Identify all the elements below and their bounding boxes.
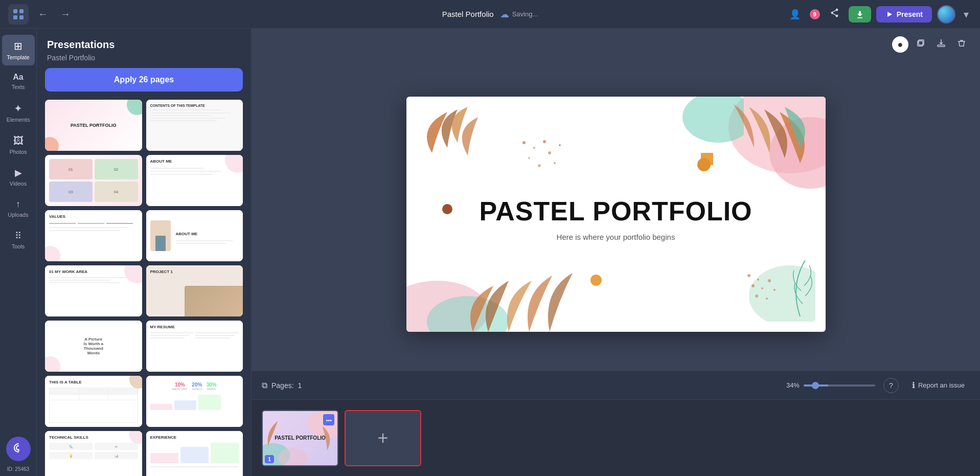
- template-thumb-4[interactable]: ABOUT ME: [146, 155, 243, 206]
- sidebar-item-template[interactable]: ⊞ Template: [2, 35, 35, 65]
- duplicate-button[interactable]: [913, 35, 929, 54]
- apply-button[interactable]: Apply 26 pages: [45, 68, 243, 92]
- svg-point-28: [755, 294, 758, 298]
- template-thumb-14[interactable]: EXPERIENCE: [146, 431, 243, 476]
- svg-point-16: [543, 140, 546, 143]
- uploads-icon: ↑: [16, 199, 20, 210]
- topbar: ← → Pastel Portfolio ☁ Saving... 👤 9 Pre…: [0, 0, 980, 29]
- undo-button[interactable]: ←: [35, 5, 51, 23]
- template-thumb-10[interactable]: MY RESUME: [146, 321, 243, 372]
- sidebar-item-uploads[interactable]: ↑ Uploads: [2, 194, 35, 223]
- svg-point-21: [554, 162, 556, 164]
- slide-options-button[interactable]: •••: [323, 414, 334, 425]
- template-thumb-6[interactable]: ABOUT ME: [146, 210, 243, 261]
- svg-rect-1: [19, 9, 24, 13]
- panel-title: Presentations: [47, 39, 241, 51]
- sidebar-item-uploads-label: Uploads: [8, 212, 28, 218]
- slide-canvas[interactable]: PASTEL PORTFOLIO Here is where your port…: [406, 97, 826, 332]
- template-panel: Presentations Pastel Portfolio Apply 26 …: [37, 29, 252, 476]
- redo-button[interactable]: →: [57, 5, 74, 23]
- people-icon-button[interactable]: 👤: [785, 6, 805, 23]
- swirl-button[interactable]: [6, 437, 31, 461]
- present-button[interactable]: Present: [876, 6, 932, 22]
- panel-collapse-button[interactable]: ◀: [251, 240, 252, 265]
- filmstrip-slide-1[interactable]: PASTEL PORTFOLIO 1 •••: [262, 410, 338, 466]
- template-thumb-11[interactable]: THIS IS A TABLE: [45, 376, 142, 427]
- zoom-label: 34%: [786, 381, 800, 389]
- pages-count: 1: [298, 381, 302, 390]
- circle-tool-button[interactable]: ●: [892, 36, 908, 53]
- sidebar-item-tools-label: Tools: [12, 243, 25, 250]
- svg-point-24: [751, 284, 755, 287]
- template-thumb-2[interactable]: CONTENTS OF THIS TEMPLATE: [146, 100, 243, 151]
- sidebar-item-elements[interactable]: ✦ Elements: [2, 97, 35, 128]
- bottom-bar: ⧉ Pages: 1 34% ? ℹ Report an issue: [252, 371, 980, 399]
- template-thumb-9[interactable]: A PictureIs Worth aThousandWords: [45, 321, 142, 372]
- sidebar-item-videos[interactable]: ▶ Videos: [2, 162, 35, 192]
- topbar-right: 👤 9 Present ▾: [785, 5, 972, 24]
- slide-main-title: PASTEL PORTFOLIO: [479, 196, 752, 226]
- zoom-slider[interactable]: [804, 384, 875, 387]
- svg-point-25: [761, 287, 763, 289]
- avatar-group: 9: [810, 9, 820, 19]
- report-label: Report an issue: [918, 381, 965, 389]
- report-icon: ℹ: [912, 380, 915, 390]
- panel-header: Presentations Pastel Portfolio: [37, 29, 251, 68]
- delete-button[interactable]: [953, 35, 970, 54]
- svg-rect-7: [938, 45, 945, 47]
- tools-icon: ⠿: [15, 230, 21, 241]
- photos-icon: 🖼: [13, 135, 24, 147]
- slide-number-badge: 1: [265, 455, 274, 463]
- export-button[interactable]: [933, 35, 949, 54]
- download-button[interactable]: [849, 6, 871, 22]
- elements-icon: ✦: [14, 102, 22, 115]
- pages-indicator: ⧉ Pages: 1: [262, 381, 302, 390]
- svg-point-14: [522, 141, 526, 144]
- svg-point-29: [766, 298, 768, 300]
- sidebar-item-tools[interactable]: ⠿ Tools: [2, 225, 35, 255]
- template-thumb-12[interactable]: 10%MERCURY 20%VENUS 30%MARS: [146, 376, 243, 427]
- sidebar-item-texts[interactable]: Aa Texts: [2, 67, 35, 95]
- svg-rect-2: [13, 15, 17, 19]
- zoom-controls: 34%: [786, 381, 875, 389]
- svg-point-15: [533, 147, 535, 149]
- template-thumb-1[interactable]: PASTEL PORTFOLIO: [45, 100, 142, 151]
- svg-point-23: [757, 279, 759, 281]
- sidebar-item-elements-label: Elements: [7, 117, 30, 123]
- user-id-label: ID: 25463: [7, 466, 29, 472]
- report-issue-button[interactable]: ℹ Report an issue: [907, 377, 970, 393]
- notification-badge: 9: [810, 9, 820, 19]
- user-avatar[interactable]: [937, 5, 955, 24]
- svg-point-19: [559, 144, 561, 146]
- canvas-main: PASTEL PORTFOLIO Here is where your port…: [252, 58, 980, 371]
- template-thumb-7[interactable]: 01 MY WORK AREA: [45, 265, 142, 316]
- share-button[interactable]: [825, 5, 844, 24]
- sidebar-item-texts-label: Texts: [12, 84, 25, 90]
- logo-button[interactable]: [8, 4, 29, 25]
- sidebar-item-photos[interactable]: 🖼 Photos: [2, 130, 35, 160]
- saving-text: Saving...: [512, 10, 538, 18]
- svg-point-17: [528, 157, 530, 159]
- help-button[interactable]: ?: [883, 378, 899, 393]
- topbar-left: ← →: [8, 4, 74, 25]
- canvas-toolbar: ●: [252, 29, 980, 58]
- user-menu-chevron[interactable]: ▾: [961, 5, 972, 24]
- document-title: Pastel Portfolio: [442, 10, 494, 18]
- sidebar-item-template-label: Template: [7, 54, 30, 60]
- texts-icon: Aa: [13, 73, 23, 82]
- filmstrip-slide-title: PASTEL PORTFOLIO: [275, 435, 326, 441]
- icon-sidebar: ⊞ Template Aa Texts ✦ Elements 🖼 Photos …: [0, 29, 37, 476]
- panel-subtitle: Pastel Portfolio: [47, 54, 241, 62]
- template-thumb-13[interactable]: TECHNICAL SKILLS 🔍 ✏ 💡 📊: [45, 431, 142, 476]
- svg-point-18: [548, 151, 551, 154]
- pages-label: Pages:: [271, 381, 294, 390]
- svg-rect-3: [19, 15, 24, 19]
- template-thumb-3[interactable]: 01 02 03 04: [45, 155, 142, 206]
- template-thumb-8[interactable]: PROJECT 1: [146, 265, 243, 316]
- svg-point-27: [773, 289, 776, 291]
- svg-point-22: [747, 274, 750, 277]
- template-grid: PASTEL PORTFOLIO CONTENTS OF THIS TEMPLA…: [37, 100, 251, 476]
- videos-icon: ▶: [15, 167, 22, 178]
- template-thumb-5[interactable]: VALUES: [45, 210, 142, 261]
- add-slide-button[interactable]: +: [345, 410, 421, 466]
